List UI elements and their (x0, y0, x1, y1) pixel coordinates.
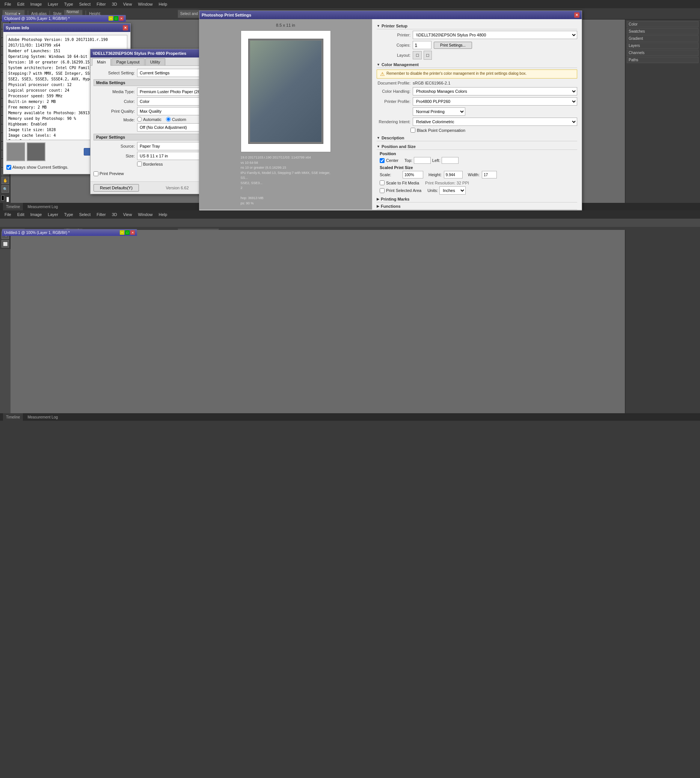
menu-window[interactable]: Window (135, 1, 155, 7)
sysinfo-window-titlebar[interactable]: Clipboard @ 100% (Layer 1, RGB/8#) * ─ □… (2, 15, 126, 22)
menu-image-b[interactable]: Image (27, 212, 45, 217)
scale-input[interactable] (403, 171, 423, 179)
height-input[interactable] (444, 171, 463, 179)
tool-zoom[interactable]: 🔍 (2, 185, 9, 193)
width-input[interactable] (482, 171, 497, 179)
minimize-btn[interactable]: ─ (108, 16, 113, 21)
center-checkbox[interactable] (380, 158, 385, 163)
tool-hand[interactable]: ✋ (2, 177, 9, 184)
print-quality-dropdown[interactable]: Max Quality (137, 107, 205, 115)
size-dropdown[interactable]: US 8 11 x 17 in (137, 152, 205, 160)
menu-file[interactable]: File (2, 1, 14, 7)
layout-row: Layout: ☐ ☐ (377, 51, 577, 59)
menu-help[interactable]: Help (156, 1, 170, 7)
close-window-btn[interactable]: ✕ (119, 16, 123, 21)
print-preview-check-row[interactable]: Print Preview (93, 169, 124, 179)
always-show-checkbox-row[interactable]: Always show Current Settings. (7, 165, 68, 170)
borderless-checkbox[interactable] (137, 162, 142, 167)
mode-custom-dropdown[interactable]: Off (No Color Adjustment) (137, 123, 205, 132)
print-selected-row[interactable]: Print Selected Area Units: Inches (380, 186, 577, 195)
mode-automatic-radio[interactable] (137, 117, 142, 122)
printer-profile-dropdown[interactable]: Pro4800 PLPP260 (413, 97, 577, 105)
minimize-btn-b[interactable]: ─ (120, 230, 124, 235)
close-window-btn-b[interactable]: ✕ (130, 230, 135, 235)
menu-type-b[interactable]: Type (61, 212, 76, 217)
layout-portrait-icon[interactable]: ☐ (413, 51, 422, 59)
tool-rect-b[interactable]: ⬜ (2, 240, 9, 247)
timeline-tab[interactable]: Timeline (3, 203, 23, 210)
menu-layer[interactable]: Layer (45, 1, 61, 7)
menu-help-b[interactable]: Help (156, 212, 170, 217)
position-size-header: ▼ Position and Size (377, 144, 577, 150)
menu-3d-b[interactable]: 3D (109, 212, 120, 217)
mode-custom-radio[interactable] (166, 117, 171, 122)
mode-automatic-option[interactable]: Automatic (137, 117, 162, 122)
source-dropdown[interactable]: Paper Tray (137, 142, 205, 150)
black-point-checkbox[interactable] (410, 128, 415, 133)
layout-landscape-icon[interactable]: ☐ (423, 51, 432, 60)
black-point-row[interactable]: Black Point Compensation (410, 128, 577, 133)
color-dropdown[interactable]: Color (137, 97, 205, 105)
bg-color[interactable] (7, 197, 9, 202)
color-handling-dropdown[interactable]: Photoshop Manages Colors (413, 87, 577, 95)
menu-layer-b[interactable]: Layer (45, 212, 61, 217)
epson-tab-utility[interactable]: Utility (145, 58, 165, 65)
borderless-check-row[interactable]: Borderless (137, 162, 163, 167)
normal-printing-dropdown[interactable]: Normal Printing (413, 107, 465, 116)
paper-size-label-top: 8.5 x 11 in (276, 23, 295, 27)
menu-edit[interactable]: Edit (14, 1, 27, 7)
menu-filter[interactable]: Filter (93, 1, 108, 7)
menu-view-b[interactable]: View (120, 212, 135, 217)
scale-fit-checkbox[interactable] (380, 180, 385, 185)
untitled-window-titlebar[interactable]: Untitled-1 @ 100% (Layer 1, RGB/8#) * ─ … (2, 229, 137, 236)
copies-input[interactable] (413, 41, 432, 49)
print-selected-checkbox[interactable] (380, 188, 385, 193)
printing-marks-chevron[interactable]: ▶ (377, 197, 379, 201)
always-show-checkbox[interactable] (7, 165, 11, 170)
layout-icons: ☐ ☐ (413, 51, 432, 59)
print-settings-btn[interactable]: Print Settings... (434, 42, 472, 49)
mode-label: Mode: (93, 117, 135, 122)
untitled-window-title: Untitled-1 @ 100% (Layer 1, RGB/8#) * (4, 230, 70, 235)
maximize-btn-b[interactable]: □ (125, 230, 130, 235)
epson-tab-main[interactable]: Main (92, 58, 111, 66)
rendering-intent-dropdown[interactable]: Relative Colorimetric (413, 118, 577, 126)
center-row[interactable]: Center Top: Left: (380, 157, 577, 164)
menu-edit-b[interactable]: Edit (14, 212, 27, 217)
pos-size-label: Position and Size (382, 144, 416, 149)
sysinfo-close-icon[interactable]: ✕ (123, 25, 128, 30)
menu-select[interactable]: Select (76, 1, 94, 7)
measurement-log-tab-b[interactable]: Measurement Log (24, 415, 61, 419)
top-input[interactable] (414, 157, 431, 164)
menu-select-b[interactable]: Select (76, 212, 94, 217)
print-preview-checkbox[interactable] (93, 171, 98, 176)
doc-profile-label: Document Profile: (377, 81, 410, 85)
units-dropdown[interactable]: Inches (439, 186, 466, 195)
printer-setup-chevron[interactable]: ▼ (377, 24, 380, 28)
fg-color[interactable] (2, 195, 4, 200)
pos-size-chevron[interactable]: ▼ (377, 145, 380, 149)
scale-row: Scale: Height: Width: (380, 171, 577, 179)
measurement-log-tab[interactable]: Measurement Log (24, 205, 61, 209)
menu-view[interactable]: View (120, 1, 135, 7)
menu-3d[interactable]: 3D (109, 1, 120, 7)
menu-file-b[interactable]: File (2, 212, 14, 217)
print-settings-close-icon[interactable]: ✕ (574, 12, 580, 18)
menu-window-b[interactable]: Window (135, 212, 155, 217)
print-settings-titlebar-top[interactable]: Photoshop Print Settings ✕ (199, 11, 582, 19)
color-mgmt-chevron[interactable]: ▼ (377, 63, 380, 67)
menu-filter-b[interactable]: Filter (93, 212, 108, 217)
menu-type[interactable]: Type (61, 1, 76, 7)
menu-image[interactable]: Image (27, 1, 45, 7)
scale-fit-row[interactable]: Scale to Fit Media Print Resolution: 32 … (380, 180, 577, 185)
printer-dropdown[interactable]: \\DELLT3620\EPSON Stylus Pro 4800 (413, 31, 577, 39)
left-input[interactable] (442, 157, 458, 164)
mode-custom-option[interactable]: Custom (166, 117, 186, 122)
timeline-tab-b[interactable]: Timeline (3, 413, 23, 421)
maximize-btn[interactable]: □ (114, 16, 118, 21)
reset-defaults-btn[interactable]: Reset Defaults(Y) (93, 184, 139, 192)
description-chevron[interactable]: ▼ (377, 136, 380, 140)
functions-chevron[interactable]: ▶ (377, 204, 379, 208)
sysinfo-titlebar[interactable]: System Info ✕ (3, 24, 130, 32)
epson-tab-pagelayout[interactable]: Page Layout (112, 58, 145, 65)
